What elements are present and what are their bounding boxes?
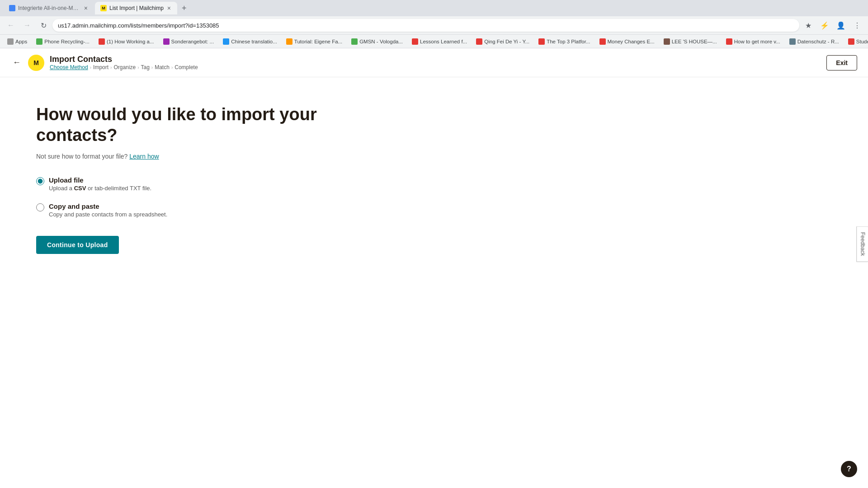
bookmark-6[interactable]: GMSN - Vologda... [348,38,406,46]
address-bar[interactable] [52,19,799,32]
logo-container: M [28,55,44,71]
app-title: Import Contacts [50,55,198,64]
tab-1-favicon [9,5,15,11]
bookmark-8[interactable]: Qing Fei De Yi - Y... [472,38,533,46]
option-upload-file[interactable]: Upload file Upload a CSV or tab-delimite… [36,176,371,192]
bookmark-11[interactable]: LEE 'S HOUSE—... [660,38,721,46]
option-upload-content: Upload file Upload a CSV or tab-delimite… [49,176,151,192]
option-upload-desc: Upload a CSV or tab-delimited TXT file. [49,185,151,192]
breadcrumb-organize: Organize [113,64,136,70]
radio-upload-file[interactable] [36,177,44,185]
option-copy-desc: Copy and paste contacts from a spreadshe… [49,211,167,218]
help-button[interactable]: ? [841,461,857,477]
breadcrumb: Choose Method › Import › Organize › Tag … [50,64,198,70]
bookmark-9-label: The Top 3 Platfor... [547,39,590,44]
tab-2-label: List Import | Mailchimp [109,5,164,11]
breadcrumb-sep-4: › [151,65,153,70]
nav-title-block: Import Contacts Choose Method › Import ›… [50,55,198,70]
bookmark-1-label: Phone Recycling-... [44,39,90,44]
radio-copy-paste[interactable] [36,203,44,211]
bookmark-10[interactable]: Money Changes E... [596,38,658,46]
bookmark-apps-label: Apps [15,39,27,44]
bookmark-10-label: Money Changes E... [608,39,655,44]
bookmark-7[interactable]: Lessons Learned f... [408,38,471,46]
tab-2[interactable]: M List Import | Mailchimp × [95,2,177,14]
breadcrumb-match: Match [155,64,170,70]
bookmark-7-favicon [412,38,418,45]
learn-how-link[interactable]: Learn how [129,153,159,160]
forward-button[interactable]: → [20,18,34,33]
bookmark-14-label: Student Wants an... [856,39,868,44]
csv-highlight: CSV [74,185,86,192]
options-list: Upload file Upload a CSV or tab-delimite… [36,176,371,218]
new-tab-button[interactable]: + [178,2,190,15]
bookmark-12-label: How to get more v... [734,39,780,44]
toolbar: ← → ↻ ★ ⚡ 👤 ⋮ [0,16,868,34]
app-container: ← M Import Contacts Choose Method › Impo… [0,48,868,488]
bookmark-apps[interactable]: Apps [4,38,31,46]
nav-back-button[interactable]: ← [11,56,23,69]
breadcrumb-tag: Tag [141,64,149,70]
bookmark-2-label: (1) How Working a... [107,39,154,44]
exit-button[interactable]: Exit [826,55,857,70]
bookmark-9[interactable]: The Top 3 Platfor... [535,38,594,46]
bookmark-5-favicon [286,38,292,45]
bookmark-1[interactable]: Phone Recycling-... [33,38,93,46]
profile-button[interactable]: 👤 [834,18,848,33]
extensions-button[interactable]: ⚡ [817,18,832,33]
bookmark-12[interactable]: How to get more v... [722,38,784,46]
feedback-tab[interactable]: Feedback [857,226,868,262]
bookmark-9-favicon [538,38,545,45]
bookmark-14-favicon [848,38,854,45]
bookmark-7-label: Lessons Learned f... [420,39,467,44]
page-heading: How would you like to import your contac… [36,104,371,145]
option-copy-label: Copy and paste [49,202,167,210]
tab-1[interactable]: Integrierte All-in-one-Market... × [4,2,94,14]
browser-chrome: Integrierte All-in-one-Market... × M Lis… [0,0,868,48]
option-copy-content: Copy and paste Copy and paste contacts f… [49,202,167,218]
breadcrumb-complete: Complete [175,64,198,70]
bookmark-12-favicon [726,38,732,45]
bookmark-13[interactable]: Datenschutz - R... [786,38,843,46]
bookmark-button[interactable]: ★ [801,18,816,33]
bookmark-apps-favicon [7,38,14,45]
bookmark-2[interactable]: (1) How Working a... [95,38,158,46]
bookmark-3[interactable]: Sonderangebot: ... [160,38,218,46]
helper-text-label: Not sure how to format your file? [36,153,127,160]
bookmark-5-label: Tutorial: Eigene Fa... [294,39,342,44]
bookmark-13-label: Datenschutz - R... [797,39,839,44]
bookmark-3-label: Sonderangebot: ... [171,39,214,44]
tab-bar: Integrierte All-in-one-Market... × M Lis… [0,0,868,16]
bookmark-2-favicon [99,38,105,45]
bookmark-6-label: GMSN - Vologda... [359,39,403,44]
bookmark-4-favicon [223,38,229,45]
continue-button[interactable]: Continue to Upload [36,236,119,254]
bookmark-13-favicon [789,38,796,45]
breadcrumb-import: Import [93,64,108,70]
bookmark-8-favicon [476,38,482,45]
bookmark-11-label: LEE 'S HOUSE—... [672,39,717,44]
main-content: How would you like to import your contac… [0,77,407,281]
bookmark-4[interactable]: Chinese translatio... [219,38,281,46]
bookmarks-bar: Apps Phone Recycling-... (1) How Working… [0,34,868,48]
breadcrumb-sep-3: › [137,65,139,70]
tab-1-label: Integrierte All-in-one-Market... [18,5,80,11]
back-button[interactable]: ← [4,18,18,33]
top-nav: ← M Import Contacts Choose Method › Impo… [0,48,868,77]
mailchimp-logo: M [28,55,44,71]
bookmark-10-favicon [599,38,606,45]
menu-button[interactable]: ⋮ [850,18,864,33]
reload-button[interactable]: ↻ [36,18,51,33]
svg-text:M: M [33,59,39,66]
bookmark-3-favicon [163,38,170,45]
bookmark-4-label: Chinese translatio... [231,39,277,44]
bookmark-14[interactable]: Student Wants an... [844,38,868,46]
option-copy-paste[interactable]: Copy and paste Copy and paste contacts f… [36,202,371,218]
breadcrumb-sep-5: › [171,65,173,70]
tab-1-close[interactable]: × [83,4,89,13]
option-upload-label: Upload file [49,176,151,184]
bookmark-5[interactable]: Tutorial: Eigene Fa... [283,38,346,46]
nav-left: ← M Import Contacts Choose Method › Impo… [11,55,198,71]
bookmark-1-favicon [36,38,42,45]
tab-2-close[interactable]: × [166,4,172,13]
